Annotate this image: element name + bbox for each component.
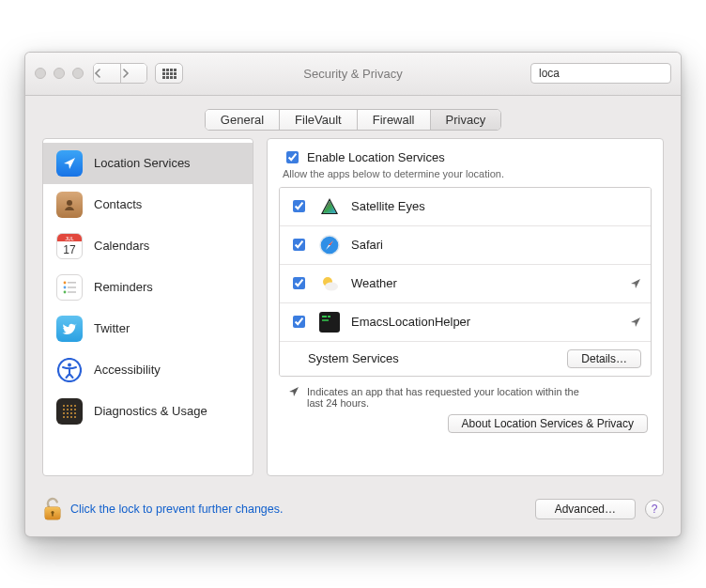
hint-text: Indicates an app that has requested your… [307,386,589,409]
sidebar-item-location-services[interactable]: Location Services [43,143,253,184]
emacs-icon [317,310,342,334]
sidebar-item-accessibility[interactable]: Accessibility [43,349,253,391]
details-button[interactable]: Details… [567,349,641,368]
close-window-button[interactable] [35,68,46,79]
contacts-icon [56,192,83,218]
location-arrow-icon [288,386,299,397]
svg-rect-9 [68,286,76,288]
svg-point-23 [67,412,69,414]
svg-rect-39 [319,312,340,333]
sidebar-item-contacts[interactable]: Contacts [43,184,253,225]
svg-text:JUL: JUL [66,235,74,240]
app-checkbox[interactable] [293,316,305,328]
location-icon [56,150,83,177]
sidebar-item-diagnostics[interactable]: Diagnostics & Usage [43,391,253,432]
sidebar-item-label: Contacts [94,197,142,211]
tab-firewall[interactable]: Firewall [357,110,430,130]
app-checkbox[interactable] [293,200,305,212]
sidebar-item-twitter[interactable]: Twitter [43,308,253,349]
search-field[interactable] [530,63,671,84]
sidebar-item-label: Calendars [94,239,149,253]
system-services-label: System Services [289,351,399,365]
sidebar-item-label: Location Services [94,156,191,170]
svg-point-13 [68,363,71,366]
preferences-window: Security & Privacy General FileVault Fir… [24,52,682,537]
svg-point-24 [70,412,72,414]
app-list: Satellite Eyes Safari Weather [279,187,652,377]
enable-location-label: Enable Location Services [307,150,445,164]
svg-point-29 [74,416,76,418]
svg-point-14 [63,405,65,407]
search-input[interactable] [537,66,682,81]
location-services-pane: Enable Location Services Allow the apps … [267,138,664,476]
satellite-eyes-icon [317,194,342,219]
svg-point-6 [64,281,67,284]
recent-location-indicator-icon [630,278,641,289]
calendar-icon: JUL17 [56,233,83,259]
back-button[interactable] [94,64,120,83]
sidebar-item-label: Reminders [94,280,153,294]
app-name: Weather [351,276,397,290]
sidebar-item-calendars[interactable]: JUL17 Calendars [43,225,253,267]
app-row-emacslocationhelper: EmacsLocationHelper [280,303,651,342]
system-services-row: System Services Details… [280,342,651,376]
nav-back-forward [93,63,147,84]
twitter-icon [56,316,83,342]
accessibility-icon [56,357,83,383]
window-controls [35,68,84,79]
tab-privacy[interactable]: Privacy [430,110,501,130]
svg-point-27 [67,416,69,418]
reminders-icon [56,274,83,301]
svg-point-20 [70,409,72,410]
app-name: Safari [351,238,383,252]
sidebar-item-label: Accessibility [94,363,161,377]
svg-text:17: 17 [63,243,76,256]
svg-point-15 [67,405,69,407]
recent-location-hint: Indicates an app that has requested your… [279,377,652,414]
svg-rect-7 [68,282,76,284]
app-checkbox[interactable] [293,277,305,289]
chevron-left-icon [94,69,102,78]
svg-rect-40 [322,316,327,317]
svg-point-25 [74,412,76,414]
lock-open-icon [42,497,63,521]
svg-rect-11 [68,291,76,293]
tab-general[interactable]: General [206,110,279,130]
app-name: EmacsLocationHelper [351,315,470,329]
svg-rect-46 [52,513,54,517]
svg-point-26 [63,416,65,418]
app-checkbox[interactable] [293,239,305,251]
sidebar-item-label: Diagnostics & Usage [94,404,207,418]
zoom-window-button[interactable] [72,68,84,79]
sidebar-item-reminders[interactable]: Reminders [43,267,253,308]
minimize-window-button[interactable] [54,68,65,79]
sidebar-item-label: Twitter [94,321,130,335]
svg-point-8 [64,286,67,288]
app-row-safari: Safari [280,226,651,265]
svg-point-38 [325,282,338,290]
app-row-weather: Weather [280,265,651,303]
lock-row[interactable]: Click the lock to prevent further change… [42,497,284,521]
weather-icon [317,271,342,296]
app-row-satellite-eyes: Satellite Eyes [280,188,651,226]
about-location-button[interactable]: About Location Services & Privacy [448,414,648,433]
svg-point-22 [63,412,65,414]
svg-point-19 [67,409,69,410]
forward-button[interactable] [120,64,146,83]
recent-location-indicator-icon [630,317,641,328]
tabs-row: General FileVault Firewall Privacy [25,96,681,138]
chevron-right-icon [121,69,130,78]
enable-location-row[interactable]: Enable Location Services [279,148,652,166]
enable-location-subtext: Allow the apps below to determine your l… [283,168,652,179]
svg-point-2 [67,200,72,206]
tab-filevault[interactable]: FileVault [279,110,357,130]
diagnostics-icon [56,398,83,425]
help-button[interactable]: ? [645,500,664,518]
enable-location-checkbox[interactable] [286,151,299,163]
tabs: General FileVault Firewall Privacy [205,109,501,131]
svg-point-17 [74,405,76,407]
show-all-button[interactable] [155,63,183,84]
svg-point-16 [70,405,72,407]
content: Location Services Contacts JUL17 Calenda… [25,138,681,487]
advanced-button[interactable]: Advanced… [535,499,636,519]
